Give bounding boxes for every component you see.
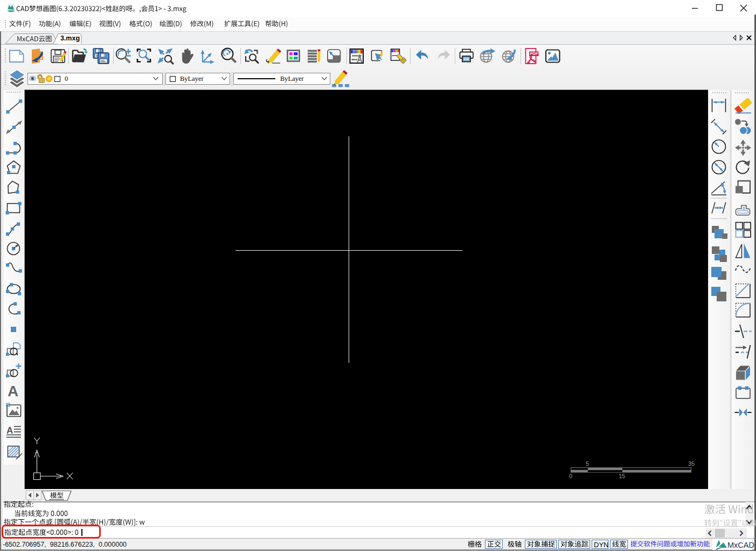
- svg-text:0: 0: [569, 473, 572, 479]
- svg-text:5: 5: [586, 460, 589, 467]
- svg-text:A: A: [8, 383, 18, 399]
- svg-text:15: 15: [619, 473, 625, 479]
- svg-text:A: A: [6, 425, 13, 436]
- svg-text:35: 35: [688, 460, 695, 467]
- svg-text:PDF: PDF: [530, 51, 538, 56]
